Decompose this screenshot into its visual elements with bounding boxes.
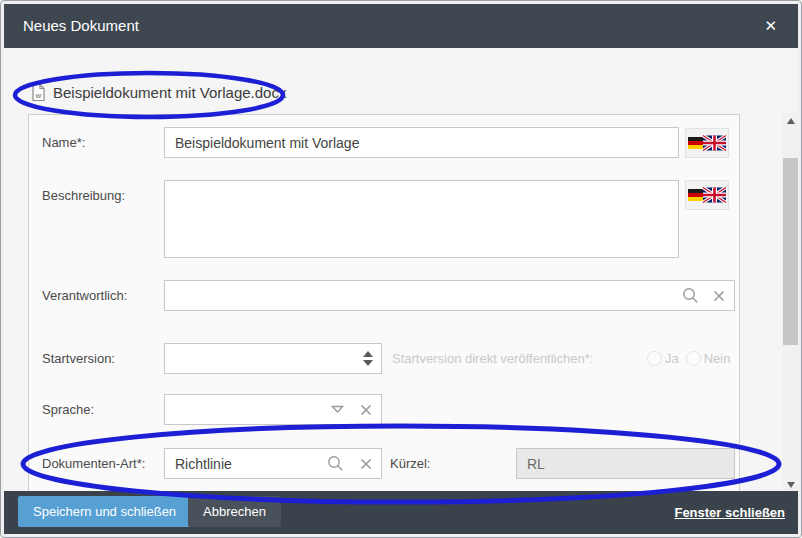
neues-dokument-dialog: Neues Dokument ✕ w Beispieldokument mit … — [0, 0, 802, 538]
vertical-scrollbar[interactable] — [782, 113, 799, 493]
scrollbar-thumb[interactable] — [783, 158, 798, 345]
kuerzel-input — [516, 448, 735, 479]
german-english-flag-icon — [688, 133, 726, 153]
publish-label: Startversion direkt veröffentlichen*: — [392, 343, 593, 374]
beschreibung-field-wrap — [164, 180, 679, 258]
sprache-combobox[interactable] — [164, 394, 382, 425]
verantwortlich-input[interactable] — [164, 280, 735, 311]
german-english-flag-icon — [688, 185, 726, 205]
spin-down-icon[interactable] — [363, 360, 373, 366]
close-window-link[interactable]: Fenster schließen — [674, 491, 785, 534]
dialog-footer: Speichern und schließen Abbrechen Fenste… — [4, 491, 798, 534]
spinner-stepper[interactable] — [363, 343, 373, 374]
language-toggle-button[interactable] — [685, 128, 729, 158]
dialog-titlebar: Neues Dokument ✕ — [4, 4, 798, 48]
language-toggle-button[interactable] — [685, 180, 729, 210]
scroll-down-icon[interactable] — [782, 478, 799, 492]
search-icon[interactable] — [682, 280, 699, 311]
svg-text:w: w — [35, 91, 42, 100]
save-and-close-button[interactable]: Speichern und schließen — [18, 496, 191, 527]
radio-ja-label: Ja — [665, 351, 679, 366]
name-input[interactable] — [164, 127, 679, 158]
clear-icon[interactable] — [360, 394, 372, 425]
document-link-label: Beispieldokument mit Vorlage.docx — [53, 84, 286, 101]
dokumenten-art-field-wrap — [164, 448, 382, 479]
close-icon[interactable]: ✕ — [764, 4, 777, 48]
startversion-label: Startversion: — [42, 343, 115, 374]
verantwortlich-field-wrap — [164, 280, 735, 311]
radio-nein[interactable] — [686, 351, 701, 366]
sprache-field-wrap — [164, 394, 382, 425]
sprache-label: Sprache: — [42, 394, 94, 425]
dokumenten-art-input[interactable] — [164, 448, 382, 479]
startversion-input[interactable] — [164, 343, 382, 374]
beschreibung-textarea[interactable] — [164, 180, 679, 258]
name-field-wrap — [164, 127, 679, 158]
startversion-field-wrap — [164, 343, 382, 374]
name-label: Name*: — [42, 127, 85, 158]
search-icon[interactable] — [327, 448, 344, 479]
dialog-title: Neues Dokument — [23, 4, 139, 48]
dokumenten-art-label: Dokumenten-Art*: — [42, 448, 145, 479]
kuerzel-label: Kürzel: — [390, 448, 430, 479]
clear-icon[interactable] — [360, 448, 372, 479]
cancel-button[interactable]: Abbrechen — [188, 496, 281, 527]
chevron-down-icon[interactable] — [331, 394, 344, 425]
kuerzel-field-wrap — [516, 448, 735, 479]
radio-ja[interactable] — [647, 351, 662, 366]
beschreibung-label: Beschreibung: — [42, 180, 125, 211]
dialog-body: w Beispieldokument mit Vorlage.docx Name… — [4, 48, 798, 491]
scroll-up-icon[interactable] — [782, 114, 799, 128]
verantwortlich-label: Verantwortlich: — [42, 280, 127, 311]
spin-up-icon[interactable] — [363, 351, 373, 357]
publish-radio-group: Ja Nein — [647, 343, 730, 374]
radio-nein-label: Nein — [704, 351, 731, 366]
clear-icon[interactable] — [713, 280, 725, 311]
word-file-icon: w — [31, 83, 46, 102]
document-link[interactable]: w Beispieldokument mit Vorlage.docx — [31, 83, 286, 102]
form-panel: Name*: Besc — [28, 114, 740, 493]
